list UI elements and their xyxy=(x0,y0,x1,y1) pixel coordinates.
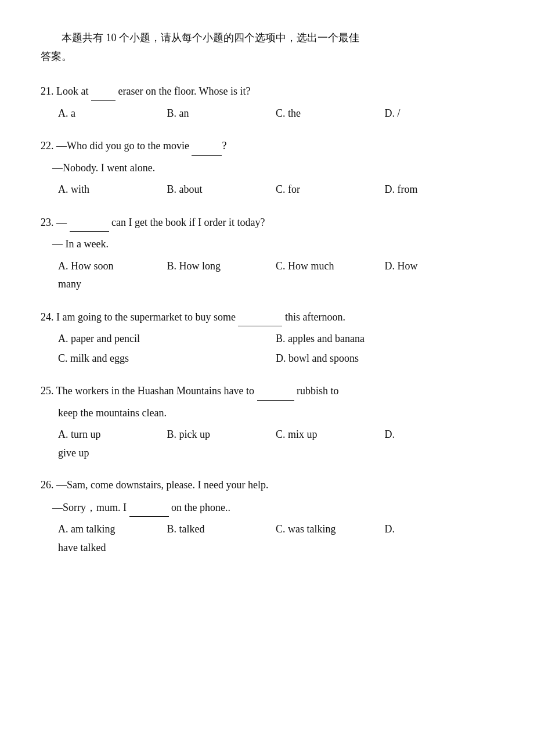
q23-option-b: B. How long xyxy=(167,257,276,276)
q25-option-b: B. pick up xyxy=(167,426,276,444)
q24-option-b: B. apples and banana xyxy=(276,330,493,348)
instructions-line1: 本题共有 10 个小题，请从每个小题的四个选项中，选出一个最佳 xyxy=(62,32,359,44)
q25-option-d-cont: give up xyxy=(58,444,493,463)
q24-option-c: C. milk and eggs xyxy=(58,350,276,368)
question-21: 21. Look at eraser on the floor. Whose i… xyxy=(41,82,493,123)
q22-text-2: —Nobody. I went alone. xyxy=(52,159,493,178)
q25-option-a: A. turn up xyxy=(58,426,167,444)
q22-option-d: D. from xyxy=(385,181,494,199)
q24-option-a: A. paper and pencil xyxy=(58,330,276,348)
q26-option-d-cont: have talked xyxy=(58,539,493,557)
instructions-line2: 答案。 xyxy=(41,51,72,62)
exam-page: 本题共有 10 个小题，请从每个小题的四个选项中，选出一个最佳 答案。 21. … xyxy=(0,0,534,756)
q22-option-a: A. with xyxy=(58,181,167,199)
q26-option-a: A. am talking xyxy=(58,520,167,539)
q25-option-d: D. xyxy=(385,426,395,444)
q23-option-c: C. How much xyxy=(276,257,385,276)
q26-text-2: —Sorry，mum. I on the phone.. xyxy=(52,498,493,517)
q23-option-d: D. How xyxy=(385,257,418,276)
q24-options: A. paper and pencil B. apples and banana… xyxy=(58,330,493,368)
q23-option-a: A. How soon xyxy=(58,257,167,276)
q26-text-1: 26. —Sam, come downstairs, please. I nee… xyxy=(41,476,493,495)
q21-option-d: D. / xyxy=(385,105,494,123)
q21-options: A. a B. an C. the D. / xyxy=(58,105,493,123)
q23-options: A. How soon B. How long C. How much D. H… xyxy=(58,257,493,294)
q21-option-a: A. a xyxy=(58,105,167,123)
instructions: 本题共有 10 个小题，请从每个小题的四个选项中，选出一个最佳 答案。 xyxy=(41,29,493,66)
q25-text-2: keep the mountains clean. xyxy=(58,404,493,423)
q22-text-1: 22. —Who did you go to the movie ? xyxy=(41,136,493,156)
question-24: 24. I am going to the supermarket to buy… xyxy=(41,308,493,368)
q25-text-1: 25. The workers in the Huashan Mountains… xyxy=(41,381,493,401)
q25-option-c: C. mix up xyxy=(276,426,385,444)
question-26: 26. —Sam, come downstairs, please. I nee… xyxy=(41,476,493,557)
question-22: 22. —Who did you go to the movie ? —Nobo… xyxy=(41,136,493,199)
question-23: 23. — can I get the book if I order it t… xyxy=(41,213,493,294)
q23-text-1: 23. — can I get the book if I order it t… xyxy=(41,213,493,232)
q22-option-c: C. for xyxy=(276,181,385,199)
q26-option-b: B. talked xyxy=(167,520,276,539)
q22-option-b: B. about xyxy=(167,181,276,199)
q23-option-d-cont: many xyxy=(58,275,493,294)
q26-options: A. am talking B. talked C. was talking D… xyxy=(58,520,493,557)
question-25: 25. The workers in the Huashan Mountains… xyxy=(41,381,493,462)
q24-text: 24. I am going to the supermarket to buy… xyxy=(41,308,493,327)
q21-option-b: B. an xyxy=(167,105,276,123)
q25-options: A. turn up B. pick up C. mix up D. give … xyxy=(58,426,493,462)
q26-option-d: D. xyxy=(385,520,395,539)
q21-option-c: C. the xyxy=(276,105,385,123)
q24-option-d: D. bowl and spoons xyxy=(276,350,493,368)
q21-text: 21. Look at eraser on the floor. Whose i… xyxy=(41,82,493,101)
q23-text-2: — In a week. xyxy=(52,235,493,254)
q26-option-c: C. was talking xyxy=(276,520,385,539)
q22-options: A. with B. about C. for D. from xyxy=(58,181,493,199)
